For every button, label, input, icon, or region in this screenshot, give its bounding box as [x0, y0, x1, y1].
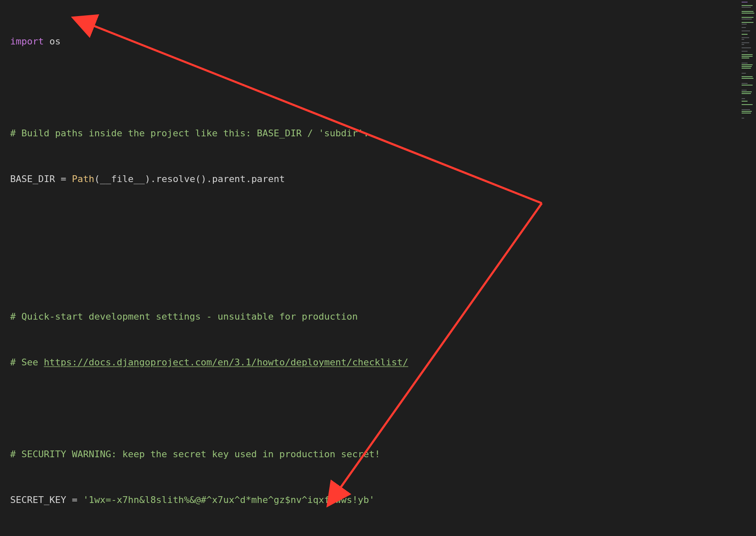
code-line-blank[interactable] — [0, 80, 756, 95]
code-line-blank[interactable] — [0, 401, 756, 416]
call-path: Path — [72, 174, 94, 184]
punct: ( — [94, 174, 100, 184]
attr-parent: parent — [251, 174, 285, 184]
comment: # Build paths inside the project like th… — [10, 128, 369, 138]
code-line[interactable]: # Build paths inside the project like th… — [0, 126, 756, 141]
punct: . — [150, 174, 156, 184]
module-os-name: os — [50, 36, 61, 47]
string-secret: '1wx=-x7hn&l8slith%&@#^x7ux^d*mhe^gz$nv^… — [83, 495, 375, 505]
method-resolve: resolve — [156, 174, 195, 184]
operator-eq: = — [55, 174, 72, 184]
comment: # See — [10, 357, 44, 367]
code-line[interactable]: # SECURITY WARNING: keep the secret key … — [0, 447, 756, 462]
comment-url[interactable]: https://docs.djangoproject.com/en/3.1/ho… — [44, 357, 408, 367]
code-line-blank[interactable] — [0, 263, 756, 279]
comment: # SECURITY WARNING: keep the secret key … — [10, 449, 380, 459]
punct: ) — [145, 174, 150, 184]
punct: . — [207, 174, 212, 184]
dunder-file: __file__ — [100, 174, 145, 184]
attr-parent: parent — [212, 174, 246, 184]
module-os — [44, 36, 49, 47]
keyword-import: import — [10, 36, 44, 47]
punct: . — [246, 174, 251, 184]
punct: () — [195, 174, 207, 184]
code-line[interactable]: # Quick-start development settings - uns… — [0, 309, 756, 324]
operator-eq: = — [66, 495, 83, 505]
var-base-dir: BASE_DIR — [10, 174, 55, 184]
code-line-blank[interactable] — [0, 217, 756, 232]
code-line[interactable]: SECRET_KEY = '1wx=-x7hn&l8slith%&@#^x7ux… — [0, 492, 756, 508]
code-line[interactable]: # See https://docs.djangoproject.com/en/… — [0, 355, 756, 370]
comment: # Quick-start development settings - uns… — [10, 311, 358, 322]
code-editor[interactable]: import os # Build paths inside the proje… — [0, 0, 756, 536]
code-line[interactable]: BASE_DIR = Path(__file__).resolve().pare… — [0, 171, 756, 187]
code-line[interactable]: import os — [0, 34, 756, 49]
var-secret-key: SECRET_KEY — [10, 495, 66, 505]
minimap[interactable] — [740, 0, 756, 536]
